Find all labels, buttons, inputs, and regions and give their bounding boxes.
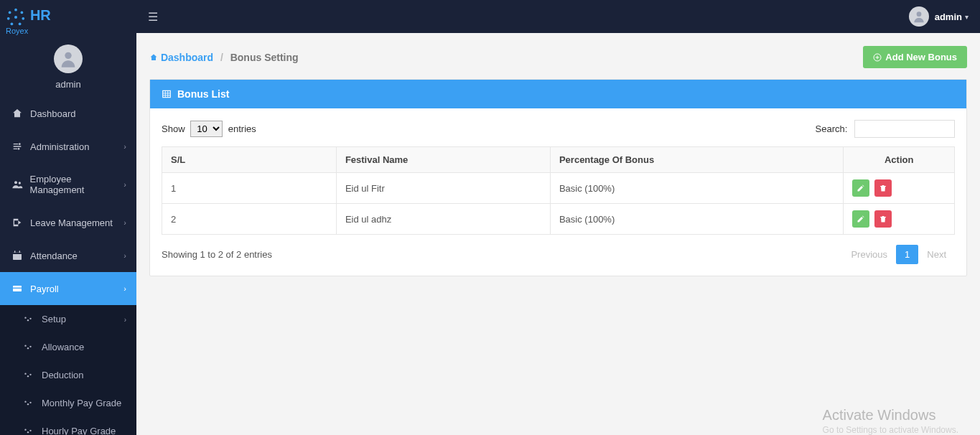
col-festival[interactable]: Festival Name [336,147,550,173]
content: Dashboard / Bonus Setting Add New Bonus … [136,0,980,435]
panel-body: Show 10 entries Search: S/L Festival Nam… [150,108,966,276]
sidebar-item-label: Dashboard [30,108,76,119]
svg-point-24 [29,345,31,347]
trash-icon [879,215,887,223]
pagination-next[interactable]: Next [918,245,955,264]
topbar-user-menu[interactable]: admin ▾ [909,6,969,27]
col-action: Action [844,147,955,173]
svg-point-27 [29,373,31,375]
col-sl[interactable]: S/L [162,147,337,173]
svg-point-26 [27,375,29,377]
table-info: Showing 1 to 2 of 2 entries [162,249,272,260]
svg-rect-15 [14,251,15,253]
plus-circle-icon [873,53,882,62]
delete-button[interactable] [874,179,892,197]
delete-button[interactable] [874,210,892,228]
table-footer: Showing 1 to 2 of 2 entries Previous 1 N… [162,245,955,264]
breadcrumb-home-label: Dashboard [161,52,213,63]
sub-item-hourly-pay-grade[interactable]: Hourly Pay Grade [0,417,136,435]
sub-item-monthly-pay-grade[interactable]: Monthly Pay Grade [0,389,136,417]
sidebar-item-dashboard[interactable]: Dashboard [0,97,136,130]
pagination: Previous 1 Next [842,245,955,264]
col-percent[interactable]: Percentage Of Bonus [550,147,843,173]
cell-festival: Eid ul adhz [336,204,550,235]
pagination-prev[interactable]: Previous [842,245,896,264]
sliders-icon [23,314,36,324]
sliders-icon [23,342,36,352]
sidebar-item-administration[interactable]: Administration › [0,130,136,163]
panel-header: Bonus List [150,80,966,108]
svg-point-20 [27,319,29,321]
breadcrumb: Dashboard / Bonus Setting [149,52,299,63]
sidebar-item-label: Attendance [30,251,78,261]
sidebar-user-name: admin [0,79,136,90]
exit-icon [10,217,24,228]
sidebar-item-label: Administration [30,141,89,152]
caret-down-icon: ▾ [965,13,969,21]
svg-point-30 [29,401,31,403]
chevron-right-icon: › [123,218,126,227]
search-label: Search: [816,123,848,134]
add-new-bonus-button[interactable]: Add New Bonus [863,46,967,68]
sliders-icon [23,398,36,408]
sidebar-item-employee[interactable]: Employee Management › [0,163,136,206]
pagination-page-1[interactable]: 1 [896,245,918,264]
search-control: Search: [816,120,955,138]
svg-rect-18 [13,288,22,289]
cell-percent: Basic (100%) [550,204,843,235]
sub-item-deduction[interactable]: Deduction [0,361,136,389]
sidebar-user-panel: admin [0,39,136,97]
sidebar-item-label: Payroll [30,284,59,294]
logo-text-r: R [6,27,11,35]
sub-item-allowance[interactable]: Allowance [0,333,136,361]
sidebar-item-payroll[interactable]: Payroll › [0,272,136,305]
sidebar-item-attendance[interactable]: Attendance › [0,239,136,272]
svg-point-21 [29,317,31,319]
svg-point-11 [14,181,17,184]
table-row: 2 Eid ul adhz Basic (100%) [162,204,955,235]
svg-point-22 [24,345,26,346]
sidebar-item-leave[interactable]: Leave Management › [0,206,136,239]
logo-text-hr: HR [30,7,51,23]
calendar-icon [10,250,24,261]
edit-button[interactable] [852,210,869,228]
svg-point-23 [27,347,29,349]
home-icon [149,53,158,62]
table-icon [162,89,172,99]
pencil-icon [857,184,865,192]
table-controls: Show 10 entries Search: [162,120,955,138]
users-icon [10,179,24,190]
sliders-icon [10,141,24,152]
pencil-icon [857,215,865,223]
svg-point-4 [11,22,14,25]
svg-point-33 [29,429,31,431]
breadcrumb-home-link[interactable]: Dashboard [149,52,216,63]
chevron-right-icon: › [123,142,126,151]
search-input[interactable] [854,120,955,138]
sub-item-setup[interactable]: Setup › [0,305,136,333]
avatar [909,6,929,27]
svg-point-31 [24,429,26,430]
sidebar-item-label: Employee Management [30,174,126,195]
svg-point-0 [14,9,17,11]
entries-select[interactable]: 10 [190,121,223,137]
svg-rect-16 [19,251,20,253]
sub-menu-payroll: Setup › Allowance Deduction Monthly Pay … [0,305,136,435]
hamburger-icon[interactable]: ☰ [148,10,158,24]
edit-button[interactable] [852,179,869,197]
table-row: 1 Eid ul Fitr Basic (100%) [162,173,955,204]
svg-point-8 [65,52,71,59]
svg-rect-14 [13,252,22,254]
wallet-icon [10,283,24,294]
cell-sl: 2 [162,204,337,235]
svg-point-1 [21,11,24,14]
svg-point-29 [27,403,29,405]
svg-point-9 [19,143,21,145]
cell-festival: Eid ul Fitr [336,173,550,204]
svg-point-12 [18,182,20,184]
panel-bonus-list: Bonus List Show 10 entries Search: [149,79,967,276]
cell-action [844,204,955,235]
chevron-right-icon: › [124,315,126,323]
sidebar-item-label: Leave Management [30,218,113,228]
svg-point-34 [916,11,921,17]
